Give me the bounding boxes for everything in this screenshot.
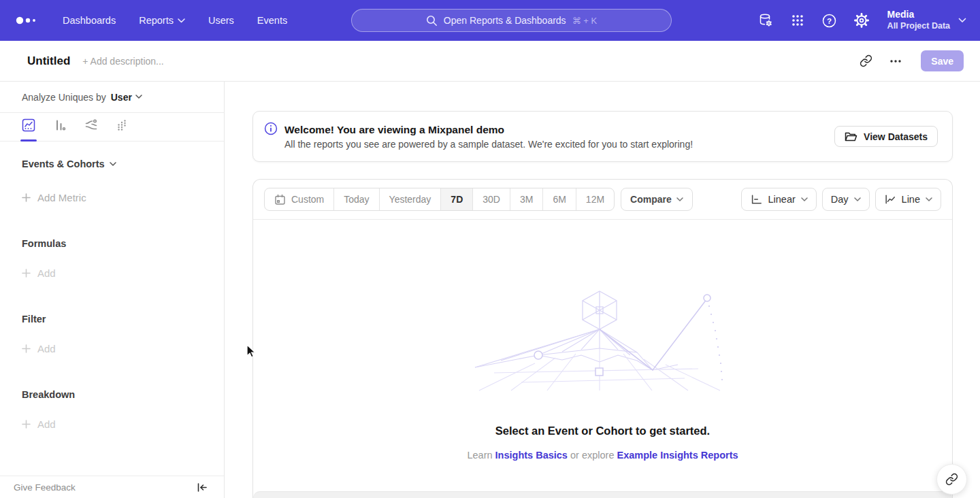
compare-dropdown[interactable]: Compare [621, 188, 693, 211]
copy-link-icon[interactable] [854, 50, 877, 73]
analyze-by-value: User [111, 92, 132, 103]
topnav-right: ? Media All Project [753, 7, 966, 33]
linear-axis-icon [750, 193, 762, 205]
view-datasets-button[interactable]: View Datasets [834, 126, 938, 147]
search-icon [426, 15, 438, 27]
range-3m[interactable]: 3M [510, 188, 542, 210]
insights-basics-link[interactable]: Insights Basics [495, 450, 568, 461]
formulas-section-header: Formulas [0, 238, 224, 249]
range-12m-label: 12M [586, 194, 604, 205]
scale-label: Linear [768, 194, 795, 205]
svg-text:?: ? [827, 16, 832, 24]
flow-tab-icon[interactable] [83, 117, 99, 133]
compare-label: Compare [630, 194, 672, 205]
apps-grid-icon[interactable] [785, 7, 811, 33]
project-info: Media All Project Data [887, 9, 950, 31]
range-today-label: Today [344, 194, 369, 205]
bar-chart-tab-icon[interactable] [52, 117, 68, 133]
report-header: Untitled + Add description... Save [0, 41, 980, 82]
plus-icon [22, 269, 31, 278]
interval-label: Day [831, 194, 849, 205]
help-icon[interactable]: ? [817, 7, 843, 33]
top-navigation: Dashboards Reports Users Events Open Rep… [0, 0, 980, 41]
events-cohorts-section-header[interactable]: Events & Cohorts [0, 159, 224, 169]
chevron-down-icon [135, 95, 142, 99]
chevron-down-icon [110, 162, 116, 167]
range-today[interactable]: Today [333, 188, 378, 210]
primary-nav: Dashboards Reports Users Events [63, 15, 287, 26]
breakdown-section-header: Breakdown [0, 389, 224, 400]
share-link-fab[interactable] [936, 464, 967, 495]
nav-reports[interactable]: Reports [139, 15, 185, 26]
give-feedback-link[interactable]: Give Feedback [14, 482, 76, 493]
breakdown-label: Breakdown [22, 389, 75, 400]
example-insights-reports-link[interactable]: Example Insights Reports [617, 450, 738, 461]
project-name: Media [887, 9, 950, 21]
data-management-icon[interactable] [753, 7, 779, 33]
add-metric-button[interactable]: Add Metric [0, 192, 224, 203]
range-6m[interactable]: 6M [542, 188, 575, 210]
link-icon [945, 473, 958, 486]
range-7d[interactable]: 7D [440, 188, 472, 210]
mixpanel-logo[interactable] [15, 16, 38, 25]
nav-users[interactable]: Users [208, 15, 234, 26]
range-custom[interactable]: Custom [265, 188, 333, 210]
nav-dashboards[interactable]: Dashboards [63, 15, 116, 26]
query-builder-sidebar: Analyze Uniques by User [0, 82, 225, 498]
info-icon [264, 122, 278, 138]
nav-events[interactable]: Events [257, 15, 287, 26]
save-button[interactable]: Save [921, 50, 964, 71]
empty-state-heading: Select an Event or Cohort to get started… [495, 425, 710, 437]
project-switcher[interactable]: Media All Project Data [887, 9, 966, 31]
report-title[interactable]: Untitled [27, 54, 70, 68]
add-description-field[interactable]: + Add description... [82, 56, 163, 67]
add-filter-button[interactable]: Add [0, 343, 224, 354]
interval-dropdown[interactable]: Day [822, 188, 870, 211]
insights-line-tab-icon[interactable] [20, 117, 37, 133]
chevron-down-icon [926, 197, 932, 202]
project-scope: All Project Data [887, 21, 950, 32]
more-options-icon[interactable] [884, 50, 907, 73]
formulas-label: Formulas [22, 238, 66, 249]
range-yesterday[interactable]: Yesterday [379, 188, 441, 210]
banner-title: Welcome! You are viewing a Mixpanel demo [284, 124, 693, 136]
empty-state-subtext: Learn Insights Basics or explore Example… [467, 450, 738, 461]
report-header-actions: Save [854, 50, 964, 73]
chart-type-label: Line [902, 194, 920, 205]
analyze-by-dropdown[interactable]: User [111, 92, 142, 103]
learn-prefix: Learn [467, 450, 492, 461]
mixpanel-dots-icon [15, 16, 38, 25]
range-12m[interactable]: 12M [576, 188, 614, 210]
nav-users-label: Users [208, 15, 234, 26]
add-metric-label: Add Metric [37, 192, 86, 203]
insights-report-card: Custom Today Yesterday 7D 30D 3M 6M 12M … [252, 179, 953, 498]
chart-toolbar: Custom Today Yesterday 7D 30D 3M 6M 12M … [253, 180, 952, 220]
visualization-tabs [0, 113, 224, 142]
banner-texts: Welcome! You are viewing a Mixpanel demo… [284, 124, 693, 150]
range-6m-label: 6M [553, 194, 566, 205]
sidebar-footer: Give Feedback [0, 476, 224, 498]
search-placeholder: Open Reports & Dashboards [444, 15, 566, 26]
range-3m-label: 3M [520, 194, 533, 205]
add-breakdown-button[interactable]: Add [0, 418, 224, 430]
range-custom-label: Custom [291, 194, 324, 205]
filter-section-header: Filter [0, 314, 224, 325]
calendar-icon [274, 194, 286, 205]
settings-gear-icon[interactable] [849, 7, 875, 33]
add-breakdown-label: Add [37, 418, 56, 430]
results-panel-edge[interactable] [253, 491, 952, 498]
chart-display-controls: Linear Day Line [741, 188, 941, 211]
mixpanel-app: Dashboards Reports Users Events Open Rep… [0, 0, 980, 498]
chevron-down-icon [854, 197, 861, 202]
scale-dropdown[interactable]: Linear [741, 188, 816, 211]
folder-icon [845, 131, 858, 142]
nav-reports-label: Reports [139, 15, 174, 26]
chart-type-dropdown[interactable]: Line [875, 188, 941, 211]
metrics-dots-tab-icon[interactable] [114, 117, 131, 133]
date-range-segmented-control: Custom Today Yesterday 7D 30D 3M 6M 12M [264, 188, 615, 211]
range-30d[interactable]: 30D [472, 188, 510, 210]
global-search-input[interactable]: Open Reports & Dashboards ⌘ + K [351, 9, 672, 32]
empty-state-illustration [474, 288, 732, 392]
collapse-sidebar-icon[interactable] [197, 482, 208, 493]
add-formula-button[interactable]: Add [0, 267, 224, 279]
